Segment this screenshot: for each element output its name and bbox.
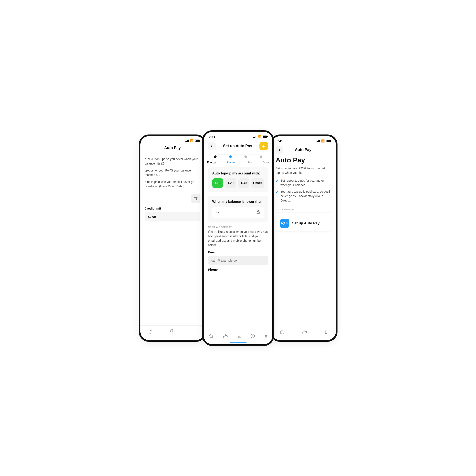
step-dot-energy [214,155,217,158]
steps-row [208,154,268,159]
step-line-1 [217,154,229,155]
help-icon-middle: ? [250,334,255,339]
menu-icon-middle: ≡ [265,334,268,339]
nav-item-usage-middle[interactable] [221,333,230,340]
trash-icon [194,196,198,201]
setup-autopay-button[interactable]: ∞ Set up Auto Pay [276,215,332,231]
phone-right: 9:41 📶 [270,135,338,342]
right-page-title: Auto Pay [272,156,336,164]
menu-icon-left: ≡ [193,329,196,335]
left-desc3: o-up is paid with your bank ll never go … [145,180,201,189]
check-icon-2: ✓ [276,190,278,194]
nav-header-left: Auto Pay [140,144,205,153]
nav-item-home-middle[interactable] [207,333,215,340]
status-time-right: 9:41 [277,139,283,143]
svg-point-5 [227,336,228,337]
wifi-icon-right: 📶 [321,139,324,142]
receipt-label: NEED A RECEIPT? [208,226,268,228]
nav-item-menu-middle[interactable]: ≡ [263,333,269,340]
battery-icon [195,139,200,142]
usage-icon-right [302,330,307,335]
step-label-done: Done [263,161,269,164]
wifi-icon: 📶 [190,139,193,142]
bullet-text-2: Your auto top-up is paid card, so you'll… [281,189,332,203]
amount-btn-30[interactable]: £30 [238,178,249,188]
signal-icon-right [317,139,320,142]
status-bar-middle: 9:41 📶 [204,132,272,140]
nav-item-payment-right[interactable]: £ [323,329,329,336]
middle-header-title: Set up Auto Pay [223,144,252,148]
right-bullet-1: ✓ Set repeat top-ups for yo... meter whe… [272,178,336,187]
back-button-middle[interactable] [208,142,216,150]
lock-icon [256,210,260,215]
phone-middle: 9:41 📶 [202,130,274,346]
infinity-icon: ∞ [280,219,289,228]
setup-btn-label: Set up Auto Pay [292,221,320,225]
amount-btn-other[interactable]: Other [252,178,264,188]
usage-icon-middle [223,334,228,339]
right-page-desc: Set up automatic PAYG top-u... forget to… [272,166,336,175]
wifi-icon-middle: 📶 [258,135,261,138]
scene: 📶 Auto Pay c PAYG top-ups so you never w… [119,119,357,357]
step-line-3 [247,154,260,155]
nav-item-payment-left[interactable]: £ [148,328,153,336]
credit-limit-label: Credit limit [145,207,201,210]
step-line-2 [232,154,244,155]
balance-value: £2 [216,210,220,214]
phone-label: Phone [208,268,268,271]
left-header-title: Auto Pay [164,146,181,150]
status-bar-right: 9:41 📶 [272,136,336,144]
amount-btn-20[interactable]: £20 [225,178,236,188]
svg-text:?: ? [252,335,253,338]
nav-indicator-middle [230,342,247,342]
back-button-right[interactable] [276,146,283,154]
svg-text:?: ? [172,330,173,333]
nav-item-help-middle[interactable]: ? [249,333,257,340]
nav-item-usage-right[interactable] [300,329,309,335]
progress-container: Energy Amount Pay Done [204,153,272,167]
step-dot-done [260,155,262,158]
svg-point-10 [306,331,307,332]
balance-card-title: When my balance is lower than: [212,200,264,204]
delete-button[interactable] [191,194,201,203]
payment-icon-right: £ [324,329,327,335]
step-dot-pay [244,155,247,158]
nav-item-menu-left[interactable]: ≡ [191,328,197,336]
signal-icon [186,139,189,142]
right-header-title: Auto Pay [295,148,311,152]
balance-row: £2 [212,207,264,218]
nav-indicator-right [295,338,312,338]
topup-card: Auto top-up my account with: £10 £20 £30… [208,167,268,192]
get-started-label: GET STARTED [272,205,336,213]
status-icons-middle: 📶 [253,135,267,138]
email-input[interactable] [208,256,268,265]
email-label: Email [208,250,268,254]
home-icon-right [280,329,285,335]
svg-point-9 [304,330,305,331]
nav-item-payment-middle[interactable]: £ [237,333,242,340]
topup-card-title: Auto top-up my account with: [212,171,264,175]
back-arrow-icon-right [278,148,281,152]
credit-limit-value: £2.00 [145,212,201,221]
balance-card: When my balance is lower than: £2 [208,196,268,222]
lightning-icon [261,144,266,149]
nav-item-help-left[interactable]: ? [168,328,176,336]
svg-rect-2 [257,212,259,214]
check-icon-1: ✓ [276,179,278,183]
divider-left [145,191,201,191]
left-desc2: op-ups for your PAYG your balance reache… [145,168,201,177]
status-time-middle: 9:41 [209,135,215,138]
step-label-pay: Pay [247,161,252,164]
receipt-desc: If you'd like a receipt when your Auto P… [208,230,268,247]
status-bar-left: 📶 [140,136,205,144]
step-label-energy: Energy [207,161,216,164]
payment-icon-left: £ [149,329,152,335]
nav-header-right: Auto Pay [272,144,336,156]
phone-left: 📶 Auto Pay c PAYG top-ups so you never w… [139,135,206,342]
amount-grid: £10 £20 £30 Other [212,178,264,188]
step-dot-amount [229,155,232,158]
nav-item-home-right[interactable] [278,329,286,336]
lightning-button[interactable] [259,142,268,150]
back-arrow-icon [210,144,214,148]
amount-btn-10[interactable]: £10 [212,178,223,188]
